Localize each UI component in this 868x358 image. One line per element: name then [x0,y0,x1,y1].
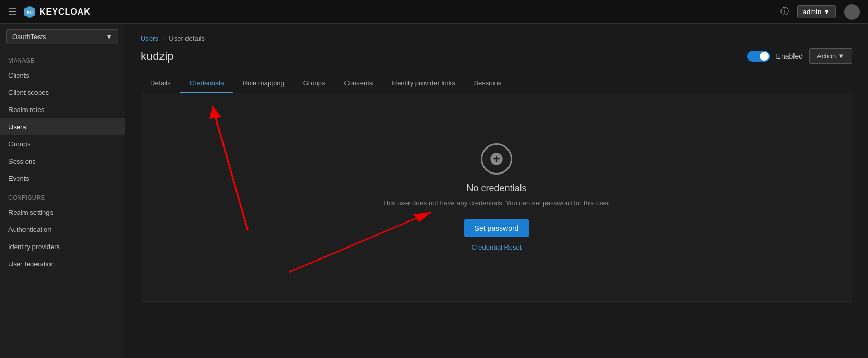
manage-section-label: Manage [0,50,125,67]
sidebar-item-identity-providers[interactable]: Identity providers [0,238,125,255]
breadcrumb-users-link[interactable]: Users [141,34,158,42]
sidebar-item-sessions[interactable]: Sessions [0,153,125,170]
keycloak-logo-icon: KC [23,5,36,19]
logo: KC KEYCLOAK [23,5,91,19]
breadcrumb: Users › User details [141,34,852,42]
realm-select[interactable]: OauthTests ▼ [6,29,118,44]
sidebar-item-groups[interactable]: Groups [0,135,125,153]
realm-name: OauthTests [12,33,46,41]
no-credentials-title: No credentials [466,183,526,194]
logo-text: KEYCLOAK [40,7,91,17]
sidebar-item-authentication[interactable]: Authentication [0,221,125,238]
credential-reset-link[interactable]: Credential Reset [472,243,522,251]
tab-groups[interactable]: Groups [294,74,335,93]
help-icon[interactable]: ⓘ [780,6,789,17]
tab-credentials[interactable]: Credentials [180,74,233,93]
sidebar-item-user-federation[interactable]: User federation [0,255,125,273]
breadcrumb-current: User details [169,34,205,42]
sidebar-item-realm-roles[interactable]: Realm roles [0,101,125,118]
hamburger-icon[interactable]: ☰ [8,6,17,18]
page-title: kudzip [141,50,174,63]
admin-dropdown[interactable]: admin ▼ [797,5,836,18]
credentials-content: No credentials This user does not have a… [141,93,852,302]
svg-line-5 [289,212,431,272]
svg-text:KC: KC [27,9,34,15]
sidebar-item-realm-settings[interactable]: Realm settings [0,204,125,221]
sidebar: OauthTests ▼ Manage Clients Client scope… [0,24,125,358]
annotation-arrows [141,93,852,301]
dropdown-chevron-icon: ▼ [823,8,830,16]
svg-line-4 [212,106,247,230]
tab-identity-provider-links[interactable]: Identity provider links [382,74,464,93]
sidebar-item-clients[interactable]: Clients [0,67,125,84]
topnav-right: ⓘ admin ▼ [780,4,860,20]
configure-section-label: Configure [0,187,125,204]
tab-sessions[interactable]: Sessions [464,74,511,93]
topnav-left: ☰ KC KEYCLOAK [8,5,91,19]
header-actions: Enabled Action ▼ [747,48,852,64]
sidebar-item-users[interactable]: Users [0,118,125,135]
tab-details[interactable]: Details [141,74,180,93]
no-credentials-icon [481,143,512,175]
set-password-button[interactable]: Set password [464,219,529,237]
no-credentials-description: This user does not have any credentials.… [382,199,611,207]
action-button[interactable]: Action ▼ [809,48,852,64]
sidebar-item-client-scopes[interactable]: Client scopes [0,84,125,101]
realm-dropdown-icon: ▼ [106,33,113,41]
page-header: kudzip Enabled Action ▼ [141,48,852,64]
sidebar-item-events[interactable]: Events [0,170,125,187]
main-content: Users › User details kudzip Enabled Acti… [125,24,868,358]
enabled-toggle[interactable] [747,51,770,62]
top-navigation: ☰ KC KEYCLOAK ⓘ admin ▼ [0,0,868,24]
tab-role-mapping[interactable]: Role mapping [233,74,294,93]
toggle-slider [747,51,770,62]
tabs-bar: Details Credentials Role mapping Groups … [141,74,852,93]
breadcrumb-separator: › [163,34,165,42]
enabled-label: Enabled [776,52,803,60]
realm-selector: OauthTests ▼ [0,24,125,50]
avatar [844,4,860,20]
plus-icon [489,152,504,166]
main-layout: OauthTests ▼ Manage Clients Client scope… [0,24,868,358]
admin-label: admin [803,8,821,16]
tab-consents[interactable]: Consents [334,74,382,93]
action-dropdown-icon: ▼ [838,52,845,60]
action-label: Action [817,52,836,60]
